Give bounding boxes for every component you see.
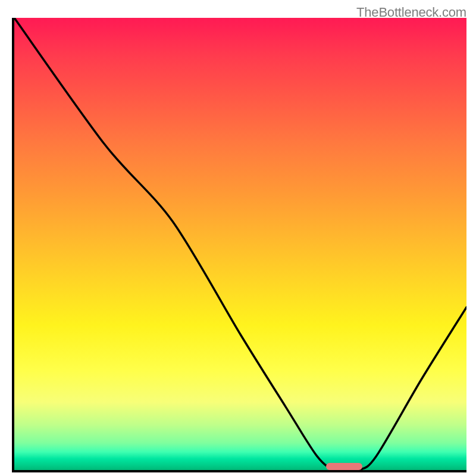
bottleneck-curve xyxy=(14,18,466,470)
optimum-marker xyxy=(326,463,362,470)
chart-container: TheBottleneck.com xyxy=(0,0,476,476)
plot-area xyxy=(12,18,466,472)
